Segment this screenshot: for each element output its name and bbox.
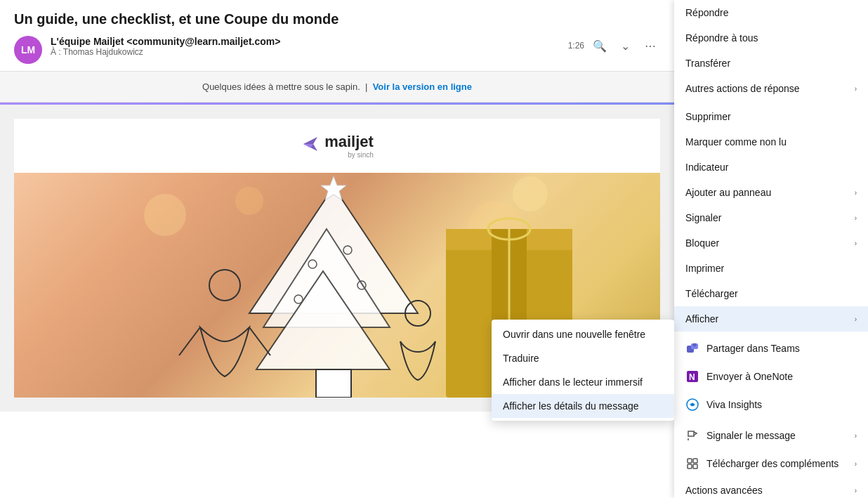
view-online-link[interactable]: Voir la version en ligne	[373, 81, 472, 92]
avatar: LM	[14, 36, 42, 64]
email-title: Un guide, une checklist, et une Coupe du…	[14, 11, 660, 27]
email-area: Un guide, une checklist, et une Coupe du…	[0, 0, 674, 498]
chevron-right-icon: ›	[855, 214, 857, 222]
viva-icon	[685, 398, 699, 412]
email-header: Un guide, une checklist, et une Coupe du…	[0, 0, 674, 72]
svg-rect-32	[688, 459, 692, 463]
zoom-icon[interactable]: 🔍	[590, 36, 610, 55]
afficher-lecteur-label: Afficher dans le lecteur immersif	[503, 376, 643, 388]
email-banner: Quelques idées à mettre sous le sapin. |…	[0, 72, 674, 103]
menu-item-imprimer[interactable]: Imprimer	[674, 256, 868, 281]
partager-teams-label: Partager dans Teams	[706, 343, 800, 354]
menu-item-partager-teams[interactable]: Partager dans Teams	[674, 334, 868, 362]
repondre-tous-label: Répondre à tous	[685, 32, 758, 44]
chevron-right-icon: ›	[855, 315, 857, 323]
envoyer-onenote-label: Envoyer à OneNote	[706, 371, 793, 382]
menu-item-transferer[interactable]: Transférer	[674, 51, 868, 76]
afficher-details-label: Afficher les détails du message	[503, 400, 639, 412]
mailjet-logo: mailjet by sinch	[301, 133, 374, 159]
ouvrir-fenetre-label: Ouvrir dans une nouvelle fenêtre	[503, 329, 645, 340]
viva-insights-label: Viva Insights	[706, 399, 762, 410]
chevron-right-icon: ›	[855, 460, 857, 468]
mailjet-wordmark: mailjet	[324, 133, 374, 150]
svg-rect-35	[693, 464, 697, 468]
menu-item-autres-actions[interactable]: Autres actions de réponse ›	[674, 76, 868, 101]
traduire-label: Traduire	[503, 353, 539, 364]
svg-rect-33	[693, 459, 697, 463]
menu-item-signaler-message[interactable]: Signaler le message ›	[674, 421, 868, 450]
svg-point-3	[235, 187, 263, 215]
menu-item-repondre[interactable]: Répondre	[674, 0, 868, 25]
signaler-label: Signaler	[685, 212, 721, 223]
context-menu: Répondre Répondre à tous Transférer Autr…	[674, 0, 868, 498]
bloquer-label: Bloquer	[685, 237, 719, 249]
menu-item-envoyer-onenote[interactable]: N Envoyer à OneNote	[674, 362, 868, 391]
imprimer-label: Imprimer	[685, 263, 724, 274]
complements-icon	[685, 457, 699, 471]
signaler-message-label: Signaler le message	[706, 430, 796, 441]
svg-point-26	[693, 343, 697, 347]
marquer-non-lu-label: Marquer comme non lu	[685, 136, 787, 148]
mailjet-logo-area: mailjet by sinch	[14, 119, 660, 173]
teams-icon	[685, 341, 699, 355]
afficher-submenu: Ouvrir dans une nouvelle fenêtre Traduir…	[492, 320, 674, 421]
svg-point-2	[144, 194, 186, 236]
svg-rect-34	[688, 464, 692, 468]
email-actions: 1:26 🔍 ⌄ ⋯	[568, 36, 660, 55]
menu-item-telecharger-complements[interactable]: Télécharger des compléments ›	[674, 450, 868, 478]
telecharger-complements-label: Télécharger des compléments	[706, 458, 839, 469]
autres-actions-label: Autres actions de réponse	[685, 83, 800, 94]
svg-point-20	[209, 270, 240, 301]
ajouter-panneau-label: Ajouter au panneau	[685, 187, 771, 198]
signaler-message-icon	[685, 428, 699, 443]
sender-to: À : Thomas Hajdukowicz	[51, 47, 560, 57]
transferer-label: Transférer	[685, 58, 730, 69]
supprimer-label: Supprimer	[685, 111, 731, 122]
more-options-icon[interactable]: ⋯	[640, 36, 660, 55]
menu-item-telecharger[interactable]: Télécharger	[674, 281, 868, 306]
indicateur-label: Indicateur	[685, 162, 728, 173]
menu-item-viva-insights[interactable]: Viva Insights	[674, 391, 868, 419]
menu-item-supprimer[interactable]: Supprimer	[674, 104, 868, 129]
svg-point-30	[691, 403, 694, 406]
actions-avancees-label: Actions avancées	[685, 485, 763, 496]
email-time: 1:26	[568, 41, 584, 51]
menu-item-indicateur[interactable]: Indicateur	[674, 155, 868, 180]
svg-text:N: N	[689, 372, 695, 382]
submenu-item-traduire[interactable]: Traduire	[492, 346, 674, 370]
svg-point-5	[513, 176, 548, 211]
email-meta: LM L'équipe Mailjet <community@learn.mai…	[14, 36, 660, 64]
sender-name: L'équipe Mailjet <community@learn.mailje…	[51, 36, 560, 47]
sender-info: L'équipe Mailjet <community@learn.mailje…	[51, 36, 560, 57]
svg-line-22	[249, 327, 270, 355]
menu-item-marquer-non-lu[interactable]: Marquer comme non lu	[674, 129, 868, 155]
chevron-down-icon[interactable]: ⌄	[615, 36, 635, 55]
menu-item-repondre-tous[interactable]: Répondre à tous	[674, 25, 868, 51]
mailjet-sinch: by sinch	[324, 151, 374, 159]
mailjet-plane-icon	[301, 134, 320, 158]
menu-item-ajouter-panneau[interactable]: Ajouter au panneau ›	[674, 180, 868, 205]
menu-item-actions-avancees[interactable]: Actions avancées ›	[674, 478, 868, 498]
submenu-item-afficher-details[interactable]: Afficher les détails du message	[492, 394, 674, 418]
email-content: Quelques idées à mettre sous le sapin. |…	[0, 72, 674, 498]
telecharger-label: Télécharger	[685, 288, 738, 299]
menu-item-bloquer[interactable]: Bloquer ›	[674, 230, 868, 256]
chevron-right-icon: ›	[855, 487, 857, 494]
afficher-label: Afficher	[685, 313, 718, 325]
chevron-right-icon: ›	[855, 240, 857, 247]
submenu-item-ouvrir-fenetre[interactable]: Ouvrir dans une nouvelle fenêtre	[492, 322, 674, 346]
repondre-label: Répondre	[685, 7, 729, 18]
svg-line-21	[179, 327, 200, 355]
chevron-right-icon: ›	[855, 189, 857, 197]
submenu-item-afficher-lecteur[interactable]: Afficher dans le lecteur immersif	[492, 370, 674, 394]
chevron-right-icon: ›	[855, 432, 857, 440]
chevron-right-icon: ›	[855, 85, 857, 93]
menu-item-signaler[interactable]: Signaler ›	[674, 205, 868, 230]
menu-item-afficher[interactable]: Afficher ›	[674, 306, 868, 332]
onenote-icon: N	[685, 369, 699, 384]
svg-rect-14	[316, 369, 351, 398]
